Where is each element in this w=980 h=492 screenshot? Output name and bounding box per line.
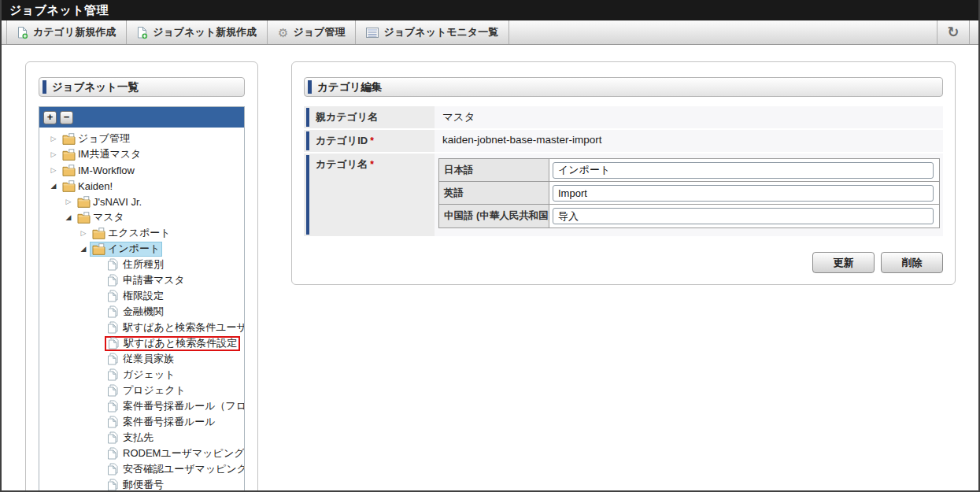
category-name-value-cell: 日本語英語中国語 (中華人民共和国)	[435, 154, 943, 236]
category-name-label: カテゴリ名	[316, 158, 368, 170]
tree-node[interactable]: J'sNAVI Jr.	[75, 194, 144, 209]
tree-item[interactable]: ◢インポート	[39, 241, 244, 257]
tree-item[interactable]: 申請書マスタ	[39, 272, 244, 288]
tree-node[interactable]: マスタ	[75, 210, 127, 225]
tree-item-label: IM-Workflow	[78, 165, 135, 176]
collapse-node-icon[interactable]: ◢	[47, 178, 60, 194]
tree-item[interactable]: 住所種別	[39, 257, 244, 272]
toolbar-spacer	[509, 20, 937, 44]
gear-icon: ⚙	[278, 27, 288, 39]
category-name-row: カテゴリ名* 日本語英語中国語 (中華人民共和国)	[304, 154, 943, 236]
collapse-node-icon[interactable]: ◢	[62, 209, 75, 225]
tree-item[interactable]: 従業員家族	[39, 351, 244, 367]
tree-item[interactable]: 駅すぱあと検索条件ユーザマッピング	[39, 320, 244, 335]
toolbar-button[interactable]: カテゴリ新規作成	[6, 20, 127, 44]
document-icon	[107, 384, 120, 397]
toolbar-button[interactable]: ジョブネット新規作成	[127, 20, 268, 44]
tree-toolbar: + −	[39, 107, 244, 128]
tree-item[interactable]: ガジェット	[39, 367, 244, 383]
tree-item[interactable]: ▷エクスポート	[39, 225, 244, 241]
expand-node-icon[interactable]: ▷	[62, 194, 75, 209]
delete-button[interactable]: 削除	[881, 252, 943, 273]
locale-input-cell	[549, 205, 939, 228]
tree-node[interactable]: 郵便番号	[105, 478, 166, 492]
tree-node[interactable]: 駅すぱあと検索条件設定	[105, 336, 240, 351]
collapse-node-icon[interactable]: ◢	[77, 241, 90, 257]
update-button[interactable]: 更新	[812, 252, 875, 273]
toolbar-button[interactable]: ⚙ジョブ管理	[268, 20, 356, 44]
category-id-label-cell: カテゴリID*	[304, 130, 435, 152]
document-icon	[107, 463, 120, 475]
locale-input-cell	[549, 159, 939, 181]
expand-node-icon[interactable]: ▷	[47, 162, 60, 178]
category-name-input[interactable]	[553, 185, 934, 202]
toolbar-button[interactable]: ジョブネットモニタ一覧	[356, 20, 509, 44]
tree-node[interactable]: 権限設定	[105, 289, 166, 304]
jobnet-management-window: ジョブネット管理 カテゴリ新規作成ジョブネット新規作成⚙ジョブ管理ジョブネットモ…	[0, 0, 980, 492]
folder-icon	[77, 211, 91, 224]
category-edit-panel: カテゴリ編集 親カテゴリ名 マスタ カテゴリID* kaiden-jobnet-…	[291, 61, 956, 285]
toolbar: カテゴリ新規作成ジョブネット新規作成⚙ジョブ管理ジョブネットモニタ一覧 ↻	[2, 20, 978, 45]
toolbar-button-label: ジョブ管理	[294, 25, 346, 39]
category-id-value: kaiden-jobnet-base-master-import	[435, 130, 943, 152]
tree-node[interactable]: ジョブ管理	[60, 131, 132, 146]
tree-item[interactable]: RODEMユーザマッピング	[39, 446, 244, 461]
tree-node[interactable]: 申請書マスタ	[105, 273, 187, 288]
tree-node[interactable]: インポート	[90, 242, 162, 257]
tree-node[interactable]: 案件番号採番ルール	[105, 415, 218, 430]
tree-node[interactable]: 安否確認ユーザマッピング	[105, 462, 245, 477]
tree-item-label: 支払先	[123, 431, 153, 445]
accent-bar	[308, 80, 312, 94]
required-asterisk: *	[370, 135, 374, 146]
document-icon	[107, 479, 120, 491]
tree-node[interactable]: RODEMユーザマッピング	[105, 446, 245, 461]
collapse-all-button[interactable]: −	[60, 111, 73, 124]
parent-category-label: 親カテゴリ名	[316, 111, 378, 123]
tree-item-label: IM共通マスタ	[78, 147, 141, 161]
refresh-button[interactable]: ↻	[937, 20, 970, 44]
category-name-input[interactable]	[553, 162, 934, 179]
refresh-icon: ↻	[947, 25, 959, 39]
accent-bar	[306, 155, 309, 235]
tree-item[interactable]: 案件番号採番ルール（フロー）	[39, 398, 244, 414]
required-asterisk: *	[370, 159, 374, 170]
category-edit-title: カテゴリ編集	[317, 80, 382, 94]
tree-item[interactable]: 案件番号採番ルール	[39, 414, 244, 430]
tree-item[interactable]: ▷IM-Workflow	[39, 162, 244, 178]
tree-item[interactable]: プロジェクト	[39, 383, 244, 398]
tree-item[interactable]: 安否確認ユーザマッピング	[39, 461, 244, 477]
tree-item[interactable]: 支払先	[39, 430, 244, 446]
tree-item[interactable]: 権限設定	[39, 288, 244, 304]
document-icon	[107, 321, 120, 334]
tree-node[interactable]: 案件番号採番ルール（フロー）	[105, 399, 245, 414]
tree-item[interactable]: ▷IM共通マスタ	[39, 146, 244, 162]
tree-node[interactable]: エクスポート	[90, 226, 173, 241]
tree-item[interactable]: 郵便番号	[39, 477, 244, 492]
jobnet-tree-list: ▷ジョブ管理▷IM共通マスタ▷IM-Workflow◢Kaiden!▷J'sNA…	[39, 128, 244, 492]
tree-node[interactable]: ガジェット	[105, 368, 178, 383]
tree-node[interactable]: 住所種別	[105, 257, 166, 272]
tree-item[interactable]: ▷ジョブ管理	[39, 131, 244, 146]
expand-all-button[interactable]: +	[43, 111, 57, 124]
tree-node[interactable]: 従業員家族	[105, 352, 176, 367]
tree-node[interactable]: IM-Workflow	[60, 163, 137, 178]
tree-node[interactable]: Kaiden!	[60, 179, 115, 194]
category-name-input[interactable]	[553, 208, 934, 224]
expand-node-icon[interactable]: ▷	[47, 146, 60, 162]
parent-category-row: 親カテゴリ名 マスタ	[304, 106, 943, 128]
tree-item[interactable]: ◢マスタ	[39, 209, 244, 225]
expand-node-icon[interactable]: ▷	[47, 131, 60, 146]
expand-node-icon[interactable]: ▷	[77, 225, 90, 241]
tree-item-label: 住所種別	[123, 257, 164, 272]
tree-node[interactable]: 金融機関	[105, 305, 166, 320]
tree-node[interactable]: 駅すぱあと検索条件ユーザマッピング	[105, 320, 245, 335]
tree-item[interactable]: ◢Kaiden!	[39, 178, 244, 194]
tree-node[interactable]: IM共通マスタ	[60, 147, 143, 162]
tree-item[interactable]: 駅すぱあと検索条件設定	[39, 335, 244, 351]
tree-item[interactable]: ▷J'sNAVI Jr.	[39, 194, 244, 209]
tree-item[interactable]: 金融機関	[39, 304, 244, 320]
locale-label: 日本語	[439, 159, 549, 181]
tree-node[interactable]: プロジェクト	[105, 383, 188, 398]
tree-node[interactable]: 支払先	[105, 431, 156, 446]
tree-item-label: 駅すぱあと検索条件ユーザマッピング	[123, 320, 245, 335]
